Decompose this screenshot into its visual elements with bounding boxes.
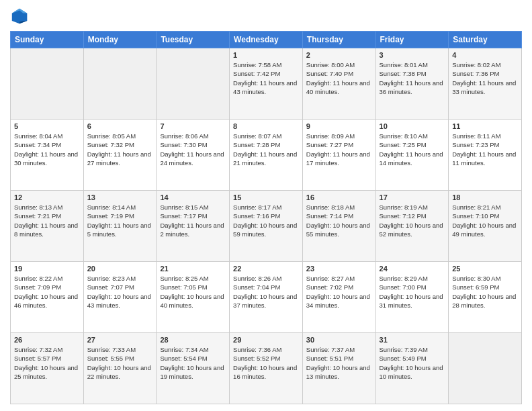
calendar-cell (449, 333, 522, 404)
day-number: 19 (14, 265, 80, 273)
calendar-cell (157, 48, 230, 120)
header (10, 7, 522, 26)
calendar-cell: 1Sunrise: 7:58 AMSunset: 7:42 PMDaylight… (230, 48, 303, 120)
calendar-cell: 18Sunrise: 8:21 AMSunset: 7:10 PMDayligh… (449, 191, 522, 262)
day-number: 26 (14, 336, 80, 344)
calendar-cell: 26Sunrise: 7:32 AMSunset: 5:57 PMDayligh… (11, 333, 84, 404)
day-number: 21 (160, 265, 226, 273)
svg-marker-2 (24, 13, 28, 21)
day-info: Sunrise: 7:32 AMSunset: 5:57 PMDaylight:… (14, 345, 80, 381)
day-info: Sunrise: 8:19 AMSunset: 7:12 PMDaylight:… (380, 203, 445, 238)
calendar-cell: 10Sunrise: 8:10 AMSunset: 7:25 PMDayligh… (375, 120, 449, 191)
day-number: 11 (452, 122, 518, 130)
day-number: 2 (306, 51, 372, 59)
weekday-header-tuesday: Tuesday (157, 32, 230, 48)
calendar-cell: 9Sunrise: 8:09 AMSunset: 7:27 PMDaylight… (302, 120, 375, 191)
weekday-header-sunday: Sunday (11, 32, 84, 48)
day-info: Sunrise: 8:00 AMSunset: 7:40 PMDaylight:… (306, 60, 372, 96)
page: SundayMondayTuesdayWednesdayThursdayFrid… (0, 0, 532, 411)
calendar-cell: 28Sunrise: 7:34 AMSunset: 5:54 PMDayligh… (157, 333, 230, 404)
calendar-cell: 7Sunrise: 8:06 AMSunset: 7:30 PMDaylight… (157, 120, 230, 191)
day-number: 22 (233, 265, 299, 273)
day-number: 17 (380, 193, 445, 201)
day-number: 24 (380, 265, 445, 273)
day-info: Sunrise: 8:09 AMSunset: 7:27 PMDaylight:… (306, 132, 372, 167)
day-info: Sunrise: 8:21 AMSunset: 7:10 PMDaylight:… (452, 203, 518, 238)
calendar-cell: 14Sunrise: 8:15 AMSunset: 7:17 PMDayligh… (157, 191, 230, 262)
calendar-cell: 31Sunrise: 7:39 AMSunset: 5:49 PMDayligh… (375, 333, 449, 404)
day-info: Sunrise: 8:25 AMSunset: 7:05 PMDaylight:… (160, 274, 226, 310)
day-info: Sunrise: 8:15 AMSunset: 7:17 PMDaylight:… (160, 203, 226, 238)
day-info: Sunrise: 7:36 AMSunset: 5:52 PMDaylight:… (233, 345, 299, 381)
weekday-header-thursday: Thursday (302, 32, 375, 48)
day-info: Sunrise: 8:30 AMSunset: 6:59 PMDaylight:… (452, 274, 518, 310)
calendar-cell: 5Sunrise: 8:04 AMSunset: 7:34 PMDaylight… (11, 120, 84, 191)
weekday-header-saturday: Saturday (449, 32, 522, 48)
day-number: 9 (306, 122, 372, 130)
day-info: Sunrise: 8:11 AMSunset: 7:23 PMDaylight:… (452, 132, 518, 167)
calendar-cell: 21Sunrise: 8:25 AMSunset: 7:05 PMDayligh… (157, 262, 230, 333)
day-info: Sunrise: 8:29 AMSunset: 7:00 PMDaylight:… (380, 274, 445, 310)
day-info: Sunrise: 7:33 AMSunset: 5:55 PMDaylight:… (87, 345, 153, 381)
day-info: Sunrise: 8:14 AMSunset: 7:19 PMDaylight:… (87, 203, 153, 238)
calendar-cell: 3Sunrise: 8:01 AMSunset: 7:38 PMDaylight… (375, 48, 449, 120)
day-number: 7 (160, 122, 226, 130)
calendar-cell: 25Sunrise: 8:30 AMSunset: 6:59 PMDayligh… (449, 262, 522, 333)
calendar-cell: 11Sunrise: 8:11 AMSunset: 7:23 PMDayligh… (449, 120, 522, 191)
calendar-cell (83, 48, 157, 120)
day-info: Sunrise: 8:26 AMSunset: 7:04 PMDaylight:… (233, 274, 299, 310)
calendar-cell: 13Sunrise: 8:14 AMSunset: 7:19 PMDayligh… (83, 191, 157, 262)
day-number: 16 (306, 193, 372, 201)
logo-icon (10, 7, 29, 26)
day-number: 31 (380, 336, 445, 344)
day-number: 3 (380, 51, 445, 59)
calendar-cell: 22Sunrise: 8:26 AMSunset: 7:04 PMDayligh… (230, 262, 303, 333)
calendar-cell (11, 48, 84, 120)
day-number: 25 (452, 265, 518, 273)
calendar-cell: 6Sunrise: 8:05 AMSunset: 7:32 PMDaylight… (83, 120, 157, 191)
logo (10, 7, 32, 26)
day-number: 6 (87, 122, 153, 130)
weekday-header-friday: Friday (375, 32, 449, 48)
day-info: Sunrise: 8:27 AMSunset: 7:02 PMDaylight:… (306, 274, 372, 310)
day-info: Sunrise: 8:10 AMSunset: 7:25 PMDaylight:… (380, 132, 445, 167)
day-info: Sunrise: 8:06 AMSunset: 7:30 PMDaylight:… (160, 132, 226, 167)
calendar-cell: 29Sunrise: 7:36 AMSunset: 5:52 PMDayligh… (230, 333, 303, 404)
calendar-table: SundayMondayTuesdayWednesdayThursdayFrid… (10, 31, 522, 404)
calendar-cell: 16Sunrise: 8:18 AMSunset: 7:14 PMDayligh… (302, 191, 375, 262)
day-number: 5 (14, 122, 80, 130)
day-number: 10 (380, 122, 445, 130)
weekday-header-wednesday: Wednesday (230, 32, 303, 48)
day-info: Sunrise: 7:58 AMSunset: 7:42 PMDaylight:… (233, 60, 299, 96)
day-info: Sunrise: 8:07 AMSunset: 7:28 PMDaylight:… (233, 132, 299, 167)
day-info: Sunrise: 7:39 AMSunset: 5:49 PMDaylight:… (380, 345, 445, 381)
calendar-cell: 15Sunrise: 8:17 AMSunset: 7:16 PMDayligh… (230, 191, 303, 262)
day-info: Sunrise: 8:02 AMSunset: 7:36 PMDaylight:… (452, 60, 518, 96)
day-number: 20 (87, 265, 153, 273)
calendar-cell: 20Sunrise: 8:23 AMSunset: 7:07 PMDayligh… (83, 262, 157, 333)
day-number: 14 (160, 193, 226, 201)
day-info: Sunrise: 8:17 AMSunset: 7:16 PMDaylight:… (233, 203, 299, 238)
day-info: Sunrise: 8:18 AMSunset: 7:14 PMDaylight:… (306, 203, 372, 238)
day-number: 23 (306, 265, 372, 273)
day-number: 15 (233, 193, 299, 201)
calendar-cell: 4Sunrise: 8:02 AMSunset: 7:36 PMDaylight… (449, 48, 522, 120)
day-number: 30 (306, 336, 372, 344)
day-info: Sunrise: 8:01 AMSunset: 7:38 PMDaylight:… (380, 60, 445, 96)
day-info: Sunrise: 8:05 AMSunset: 7:32 PMDaylight:… (87, 132, 153, 167)
calendar-cell: 27Sunrise: 7:33 AMSunset: 5:55 PMDayligh… (83, 333, 157, 404)
calendar-cell: 30Sunrise: 7:37 AMSunset: 5:51 PMDayligh… (302, 333, 375, 404)
day-info: Sunrise: 7:34 AMSunset: 5:54 PMDaylight:… (160, 345, 226, 381)
day-number: 29 (233, 336, 299, 344)
calendar-cell: 12Sunrise: 8:13 AMSunset: 7:21 PMDayligh… (11, 191, 84, 262)
calendar-cell: 23Sunrise: 8:27 AMSunset: 7:02 PMDayligh… (302, 262, 375, 333)
day-number: 13 (87, 193, 153, 201)
day-info: Sunrise: 8:13 AMSunset: 7:21 PMDaylight:… (14, 203, 80, 238)
calendar-cell: 19Sunrise: 8:22 AMSunset: 7:09 PMDayligh… (11, 262, 84, 333)
calendar-cell: 24Sunrise: 8:29 AMSunset: 7:00 PMDayligh… (375, 262, 449, 333)
day-number: 4 (452, 51, 518, 59)
day-number: 27 (87, 336, 153, 344)
day-info: Sunrise: 8:22 AMSunset: 7:09 PMDaylight:… (14, 274, 80, 310)
day-number: 12 (14, 193, 80, 201)
calendar-cell: 2Sunrise: 8:00 AMSunset: 7:40 PMDaylight… (302, 48, 375, 120)
